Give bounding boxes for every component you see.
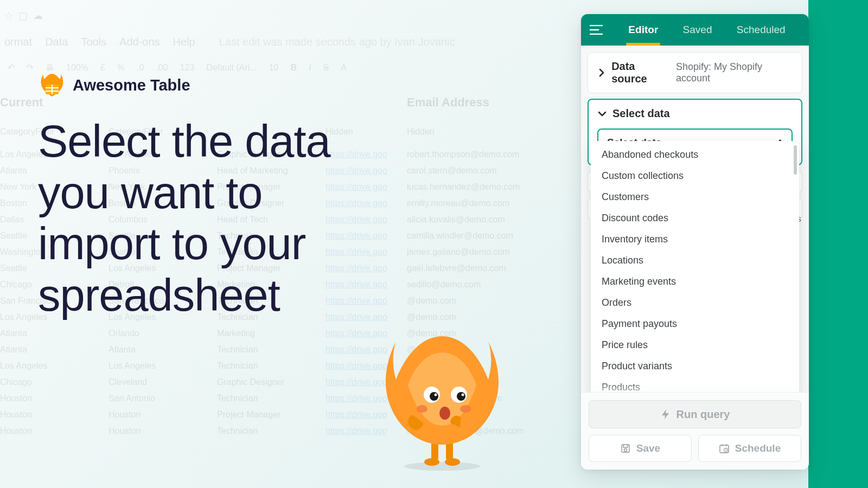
data-source-label: Data source (611, 60, 671, 85)
svg-point-10 (451, 387, 467, 403)
tab-scheduled[interactable]: Scheduled (732, 14, 790, 46)
dropdown-option[interactable]: Product variants (591, 356, 799, 377)
svg-point-15 (417, 405, 427, 413)
svg-point-17 (439, 407, 450, 420)
svg-rect-19 (623, 445, 628, 447)
dropdown-option[interactable]: Customers (591, 187, 799, 208)
dropdown-option[interactable]: Locations (591, 250, 799, 271)
schedule-button[interactable]: Schedule (698, 435, 801, 462)
panel-footer: Run query Save Schedule (581, 392, 809, 470)
tab-editor-label: Editor (628, 24, 658, 36)
data-source-value: Shopify: My Shopify account (676, 61, 793, 84)
chevron-right-icon (597, 68, 606, 77)
dropdown-scrollbar[interactable] (794, 145, 797, 175)
panel-tabs: Editor Saved Scheduled (608, 14, 806, 46)
svg-rect-5 (431, 439, 438, 461)
svg-point-16 (460, 405, 471, 413)
svg-point-9 (424, 387, 440, 403)
brand-stripe (808, 0, 868, 488)
dropdown-option[interactable]: Abandoned checkouts (591, 144, 799, 165)
dropdown-option[interactable]: Products (591, 377, 799, 392)
panel-header: Editor Saved Scheduled (581, 14, 809, 46)
select-data-label: Select data (612, 107, 670, 120)
connector-panel: Editor Saved Scheduled Data source Shopi… (581, 14, 809, 470)
save-label: Save (636, 442, 660, 454)
dropdown-option[interactable]: Payment payouts (591, 313, 799, 335)
svg-point-20 (624, 449, 627, 452)
svg-point-13 (435, 394, 437, 396)
schedule-label: Schedule (735, 442, 781, 454)
tab-saved-label: Saved (683, 24, 712, 36)
menu-icon[interactable] (584, 18, 608, 42)
svg-point-8 (445, 458, 460, 466)
tab-scheduled-label: Scheduled (737, 24, 786, 36)
svg-point-12 (457, 392, 465, 401)
brand-name: Awesome Table (73, 76, 190, 94)
chevron-down-icon (597, 111, 607, 117)
hero-headline: Select the datayou want toimport to your… (38, 116, 330, 321)
save-button[interactable]: Save (589, 435, 692, 462)
save-icon (620, 443, 631, 454)
panel-body: Data source Shopify: My Shopify account … (581, 46, 809, 392)
svg-point-14 (462, 394, 464, 396)
awesome-table-logo-icon (39, 73, 65, 98)
dropdown-option[interactable]: Custom collections (591, 165, 799, 187)
dropdown-option[interactable]: Price rules (591, 335, 799, 356)
run-query-button[interactable]: Run query (589, 400, 801, 428)
dropdown-option[interactable]: Marketing events (591, 271, 799, 292)
run-query-label: Run query (676, 408, 730, 421)
tab-saved[interactable]: Saved (679, 14, 717, 46)
select-data-options: Abandoned checkoutsCustom collectionsCus… (591, 141, 799, 392)
dropdown-option[interactable]: Orders (591, 292, 799, 313)
svg-point-11 (430, 392, 438, 401)
brand-lockup: Awesome Table (39, 73, 190, 98)
dropdown-option[interactable]: Inventory items (591, 229, 799, 250)
svg-rect-6 (446, 439, 453, 461)
svg-point-4 (404, 462, 480, 471)
data-source-card[interactable]: Data source Shopify: My Shopify account (588, 52, 802, 93)
svg-point-7 (424, 458, 439, 466)
mascot-illustration (380, 331, 505, 472)
tab-editor[interactable]: Editor (624, 14, 662, 46)
bolt-icon (660, 409, 671, 420)
schedule-icon (719, 443, 730, 454)
dropdown-option[interactable]: Discount codes (591, 208, 799, 229)
